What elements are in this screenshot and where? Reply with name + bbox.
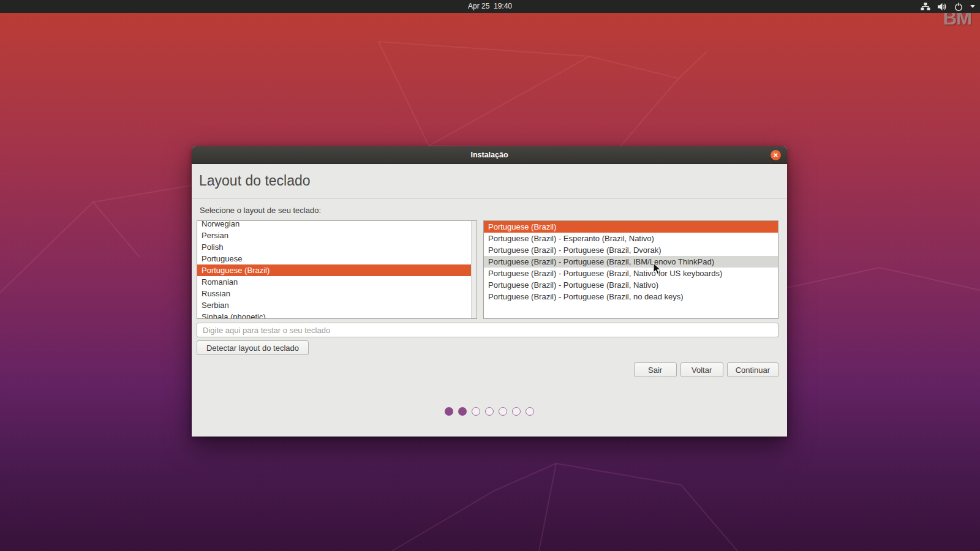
keyboard-variant-list[interactable]: Portuguese (Brazil)Portuguese (Brazil) -… <box>483 220 778 319</box>
variant-option[interactable]: Portuguese (Brazil) - Portuguese (Brazil… <box>484 244 778 256</box>
top-bar: Apr 25 19:40 <box>0 0 980 13</box>
progress-dot <box>499 407 507 416</box>
layout-option[interactable]: Sinhala (phonetic) <box>197 311 477 319</box>
layout-option[interactable]: Romanian <box>197 276 477 288</box>
progress-dot <box>526 407 534 416</box>
window-title: Instalação <box>192 146 787 163</box>
progress-dot <box>458 407 467 416</box>
variant-rows: Portuguese (Brazil)Portuguese (Brazil) -… <box>484 221 778 302</box>
progress-dot <box>445 407 453 416</box>
page-title: Layout do teclado <box>199 173 311 189</box>
header-divider <box>192 198 787 199</box>
layout-option[interactable]: Russian <box>197 288 477 299</box>
layout-rows: NorwegianPersianPolishPortuguesePortugue… <box>197 220 477 319</box>
layout-option[interactable]: Persian <box>197 230 477 241</box>
navigation-buttons: Sair Voltar Continuar <box>634 362 778 377</box>
continue-button[interactable]: Continuar <box>727 362 778 377</box>
layout-option[interactable]: Norwegian <box>197 220 477 230</box>
network-icon <box>921 2 930 11</box>
chevron-down-icon <box>970 5 975 8</box>
progress-dot <box>472 407 480 416</box>
installer-window: Instalação ✕ Layout do teclado Selecione… <box>192 146 787 437</box>
layout-option[interactable]: Serbian <box>197 299 477 311</box>
detect-layout-button[interactable]: Detectar layout do teclado <box>197 340 309 355</box>
progress-dot <box>512 407 521 416</box>
power-icon <box>954 2 963 12</box>
volume-icon <box>937 2 947 12</box>
back-button[interactable]: Voltar <box>680 362 723 377</box>
clock[interactable]: Apr 25 19:40 <box>468 0 512 13</box>
select-layout-label: Selecione o layout de seu teclado: <box>200 206 321 215</box>
close-button[interactable]: ✕ <box>771 150 781 160</box>
layout-option[interactable]: Portuguese (Brazil) <box>197 264 477 276</box>
system-tray[interactable] <box>921 0 975 13</box>
keyboard-layout-list[interactable]: NorwegianPersianPolishPortuguesePortugue… <box>197 220 477 319</box>
variant-option[interactable]: Portuguese (Brazil) - Portuguese (Brazil… <box>484 279 778 291</box>
variant-option[interactable]: Portuguese (Brazil) - Esperanto (Brazil,… <box>484 233 778 244</box>
variant-option[interactable]: Portuguese (Brazil) - Portuguese (Brazil… <box>484 268 778 279</box>
variant-option[interactable]: Portuguese (Brazil) - Portuguese (Brazil… <box>484 291 778 302</box>
progress-indicator <box>192 407 787 416</box>
layout-option[interactable]: Polish <box>197 241 477 253</box>
desktop: Apr 25 19:40 <box>0 0 980 551</box>
variant-option[interactable]: Portuguese (Brazil) <box>484 221 778 233</box>
variant-option[interactable]: Portuguese (Brazil) - Portuguese (Brazil… <box>484 256 778 268</box>
quit-button[interactable]: Sair <box>634 362 677 377</box>
layout-option[interactable]: Portuguese <box>197 253 477 264</box>
progress-dot <box>485 407 494 416</box>
keyboard-test-input[interactable] <box>197 323 778 337</box>
title-bar[interactable]: Instalação ✕ <box>192 146 787 164</box>
